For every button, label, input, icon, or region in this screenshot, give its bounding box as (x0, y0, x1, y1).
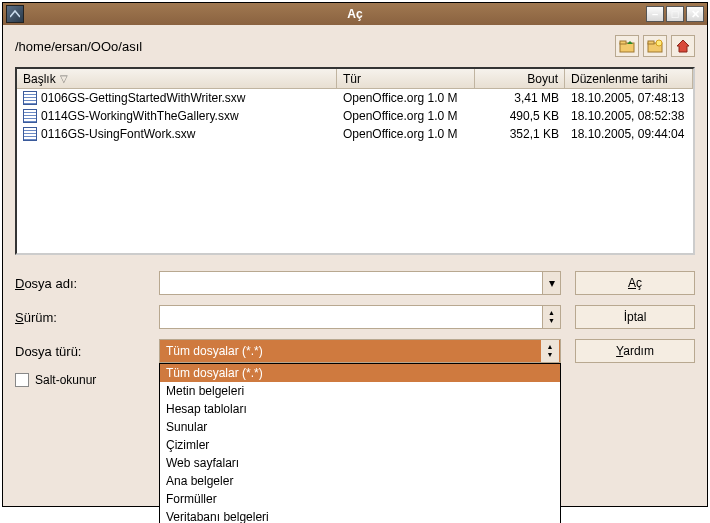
file-date: 18.10.2005, 08:52:38 (565, 109, 693, 123)
filetype-option[interactable]: Çizimler (160, 436, 560, 454)
filetype-dropdown-button[interactable]: ▲▼ (541, 340, 559, 362)
filename-input[interactable] (160, 272, 542, 294)
open-button[interactable]: Aç (575, 271, 695, 295)
file-date: 18.10.2005, 07:48:13 (565, 91, 693, 105)
sort-indicator-icon: ▽ (60, 73, 68, 84)
form-grid: Dosya adı: ▾ Aç Sürüm: ▲▼ İptal Dosya tü… (15, 271, 695, 387)
help-accel: Y (616, 344, 623, 358)
filetype-option[interactable]: Veritabanı belgeleri (160, 508, 560, 523)
document-icon (23, 109, 37, 123)
svg-point-4 (656, 40, 662, 46)
cancel-button[interactable]: İptal (575, 305, 695, 329)
column-header-size[interactable]: Boyut (475, 69, 565, 88)
home-icon[interactable] (671, 35, 695, 57)
column-header-date[interactable]: Düzenlenme tarihi (565, 69, 693, 88)
readonly-row: Salt-okunur (15, 373, 145, 387)
titlebar: Aç – □ ✕ (3, 3, 707, 25)
filename-label: Dosya adı: (15, 276, 145, 291)
file-size: 352,1 KB (475, 127, 565, 141)
filename-combo: ▾ (159, 271, 561, 295)
readonly-label: Salt-okunur (35, 373, 96, 387)
version-accel: S (15, 310, 24, 325)
version-spinner-buttons[interactable]: ▲▼ (542, 306, 560, 328)
minimize-button[interactable]: – (646, 6, 664, 22)
app-icon (6, 5, 24, 23)
file-type: OpenOffice.org 1.0 M (337, 91, 475, 105)
filetype-option[interactable]: Metin belgeleri (160, 382, 560, 400)
filetype-option[interactable]: Ana belgeler (160, 472, 560, 490)
filename-dropdown-button[interactable]: ▾ (542, 272, 560, 294)
file-row[interactable]: 0116GS-UsingFontWork.sxwOpenOffice.org 1… (17, 125, 693, 143)
open-accel: A (628, 276, 636, 290)
file-type: OpenOffice.org 1.0 M (337, 109, 475, 123)
maximize-button[interactable]: □ (666, 6, 684, 22)
document-icon (23, 91, 37, 105)
window-controls: – □ ✕ (646, 6, 704, 22)
filetype-option[interactable]: Hesap tabloları (160, 400, 560, 418)
file-name: 0116GS-UsingFontWork.sxw (41, 127, 196, 141)
filetype-selected-value: Tüm dosyalar (*.*) (166, 344, 263, 358)
path-row: /home/ersan/OOo/asıl (15, 35, 695, 57)
filetype-option[interactable]: Web sayfaları (160, 454, 560, 472)
file-list-header: Başlık ▽ Tür Boyut Düzenlenme tarihi (17, 69, 693, 89)
dialog-body: /home/ersan/OOo/asıl Başlık ▽ Tür (3, 25, 707, 506)
file-row[interactable]: 0114GS-WorkingWithTheGallery.sxwOpenOffi… (17, 107, 693, 125)
svg-rect-1 (620, 41, 626, 44)
version-label: Sürüm: (15, 310, 145, 325)
file-size: 490,5 KB (475, 109, 565, 123)
document-icon (23, 127, 37, 141)
current-path: /home/ersan/OOo/asıl (15, 39, 142, 54)
column-header-type[interactable]: Tür (337, 69, 475, 88)
version-combo: ▲▼ (159, 305, 561, 329)
file-type: OpenOffice.org 1.0 M (337, 127, 475, 141)
version-input[interactable] (160, 306, 542, 328)
file-name: 0114GS-WorkingWithTheGallery.sxw (41, 109, 239, 123)
help-button[interactable]: Yardım (575, 339, 695, 363)
filetype-label: Dosya türü: (15, 344, 145, 359)
filename-accel: D (15, 276, 24, 291)
filetype-option[interactable]: Formüller (160, 490, 560, 508)
filetype-option[interactable]: Tüm dosyalar (*.*) (160, 364, 560, 382)
open-dialog: Aç – □ ✕ /home/ersan/OOo/asıl (2, 2, 708, 507)
file-date: 18.10.2005, 09:44:04 (565, 127, 693, 141)
file-row[interactable]: 0106GS-GettingStartedWithWriter.sxwOpenO… (17, 89, 693, 107)
file-size: 3,41 MB (475, 91, 565, 105)
filetype-dropdown-list: Tüm dosyalar (*.*)Metin belgeleriHesap t… (159, 363, 561, 523)
svg-rect-3 (648, 41, 654, 44)
close-button[interactable]: ✕ (686, 6, 704, 22)
nav-toolbar (615, 35, 695, 57)
file-list: Başlık ▽ Tür Boyut Düzenlenme tarihi 010… (15, 67, 695, 255)
folder-up-icon[interactable] (615, 35, 639, 57)
file-list-rows: 0106GS-GettingStartedWithWriter.sxwOpenO… (17, 89, 693, 253)
readonly-checkbox[interactable] (15, 373, 29, 387)
filetype-option[interactable]: Sunular (160, 418, 560, 436)
column-header-title-label: Başlık (23, 72, 56, 86)
window-title: Aç (347, 7, 362, 21)
column-header-title[interactable]: Başlık ▽ (17, 69, 337, 88)
file-name: 0106GS-GettingStartedWithWriter.sxw (41, 91, 246, 105)
filetype-combo: Tüm dosyalar (*.*) ▲▼ Tüm dosyalar (*.*)… (159, 339, 561, 363)
folder-new-icon[interactable] (643, 35, 667, 57)
filetype-display[interactable]: Tüm dosyalar (*.*) ▲▼ (159, 339, 561, 363)
